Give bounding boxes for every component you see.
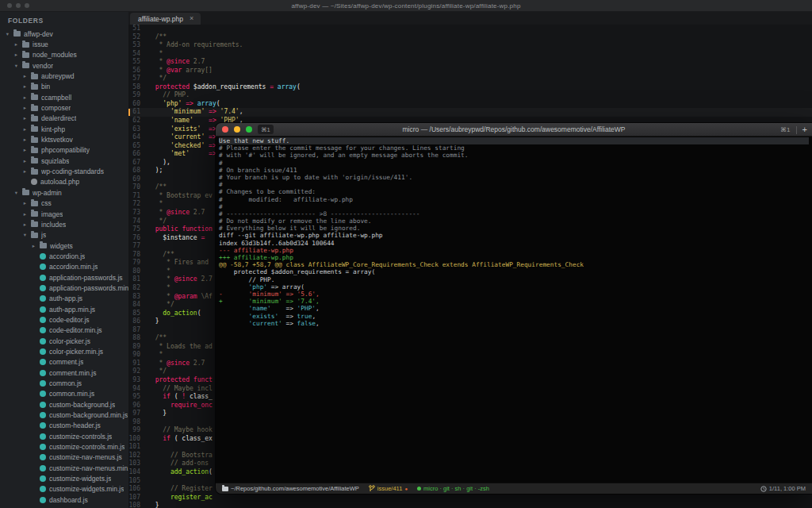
code-line[interactable]: 53 * Add-on requirements. <box>128 41 812 50</box>
code-text: // Maybe hook <box>147 426 213 433</box>
tree-item-label: comment.min.js <box>49 369 97 377</box>
terminal-line: + 'minimum' => '7.4', <box>219 298 809 305</box>
code-line[interactable]: 108 } <box>128 502 812 508</box>
chevron-right-icon: ▸ <box>13 52 19 58</box>
tree-item-label: images <box>41 210 63 218</box>
tree-item[interactable]: ▸phpcompatibility <box>0 145 128 156</box>
tree-item[interactable]: customize-nav-menus.min.js <box>0 463 128 473</box>
tree-item-label: phpcompatibility <box>41 146 90 154</box>
folder-icon <box>31 169 38 175</box>
tree-item[interactable]: common.js <box>0 378 128 388</box>
folder-icon <box>31 221 38 227</box>
tree-item[interactable]: autoload.php <box>0 177 128 187</box>
line-number: 73 <box>128 209 147 217</box>
tab-affiliate-wp-php[interactable]: affiliate-wp.php × <box>130 13 201 25</box>
tree-item[interactable]: auth-app.min.js <box>0 304 128 314</box>
tree-item-label: autoload.php <box>40 178 79 186</box>
tree-item[interactable]: ▸wp-coding-standards <box>0 166 128 176</box>
line-number: 54 <box>128 50 147 59</box>
tree-item[interactable]: application-passwords.min.js <box>0 283 128 293</box>
tree-item[interactable]: ▸node_modules <box>0 50 128 60</box>
tree-item[interactable]: code-editor.min.js <box>0 325 128 336</box>
chevron-right-icon: ▸ <box>13 41 19 48</box>
tree-item[interactable]: customize-widgets.min.js <box>0 484 128 495</box>
tree-item[interactable]: application-passwords.js <box>0 272 128 283</box>
tree-item[interactable]: ▸composer <box>0 102 128 113</box>
tree-item[interactable]: custom-background.min.js <box>0 410 128 420</box>
terminal-titlebar[interactable]: ⌘1 micro — /Users/aubreypwd/Repos/github… <box>216 123 812 137</box>
tree-item[interactable]: customize-nav-menus.js <box>0 452 128 463</box>
code-line[interactable]: 57 */ <box>128 75 812 83</box>
js-file-icon <box>40 380 46 387</box>
code-line[interactable]: 55 * @since 2.7 <box>128 58 812 67</box>
tree-item[interactable]: ▸kint-php <box>0 124 128 134</box>
terminal-zoom-button[interactable] <box>246 126 252 133</box>
tree-item[interactable]: customize-controls.js <box>0 431 128 441</box>
terminal-statusbar: ~/Repos/github.com/awesomemotive/Affilia… <box>216 483 812 494</box>
folder-icon <box>31 84 38 90</box>
dirty-indicator: ● <box>404 487 408 491</box>
code-text: if ( ! class_ <box>147 393 213 400</box>
tree-item[interactable]: common.min.js <box>0 389 128 399</box>
line-number: 95 <box>128 393 147 402</box>
code-line[interactable]: 56 * @var array[] <box>128 67 812 75</box>
tree-item[interactable]: ▸aubreypwd <box>0 71 128 81</box>
tree-item[interactable]: auth-app.js <box>0 294 128 304</box>
tree-item[interactable]: comment.min.js <box>0 368 128 378</box>
tree-item-label: application-passwords.js <box>49 274 123 282</box>
tree-item[interactable]: customize-widgets.js <box>0 473 128 483</box>
line-number: 83 <box>128 293 147 302</box>
tree-item[interactable]: accordion.min.js <box>0 262 128 272</box>
terminal-content[interactable]: Use that new stuff.# Please enter the co… <box>216 137 812 328</box>
js-file-icon <box>40 370 46 376</box>
tree-item[interactable]: custom-header.js <box>0 421 128 431</box>
terminal-close-button[interactable] <box>222 126 228 133</box>
tree-item-label: wp-coding-standards <box>41 167 104 175</box>
tree-item[interactable]: ▸kktsvetkov <box>0 134 128 144</box>
tree-item[interactable]: ▸squizlabs <box>0 156 128 166</box>
tree-item[interactable]: dashboard.js <box>0 495 128 505</box>
code-line[interactable]: 51 <box>128 25 812 33</box>
tree-item[interactable]: custom-background.js <box>0 399 128 410</box>
tree-item[interactable]: ▸bin <box>0 82 128 92</box>
code-line[interactable]: 60 'php' => array( <box>128 100 812 109</box>
code-line[interactable]: 61 'minimum' => '7.4', <box>128 108 812 117</box>
new-tab-button[interactable]: + <box>802 125 807 134</box>
code-text: } <box>147 410 167 417</box>
tree-item[interactable]: color-picker.min.js <box>0 346 128 356</box>
code-line[interactable]: 107 register_ac <box>128 494 812 502</box>
tree-item[interactable]: ▸ccampbell <box>0 92 128 102</box>
line-number: 78 <box>128 251 147 260</box>
zoom-button[interactable] <box>25 3 29 8</box>
code-line[interactable]: 54 * <box>128 50 812 59</box>
tree-item[interactable]: comment.js <box>0 357 128 368</box>
tree-item[interactable]: ▸includes <box>0 219 128 229</box>
tree-item[interactable]: color-picker.js <box>0 336 128 346</box>
tab-close-icon[interactable]: × <box>190 15 193 22</box>
tree-item[interactable]: ▸widgets <box>0 241 128 251</box>
terminal-minimize-button[interactable] <box>234 126 240 133</box>
tree-item[interactable]: ▸css <box>0 198 128 209</box>
tree-item[interactable]: code-editor.js <box>0 314 128 325</box>
tree-item-label: kktsvetkov <box>41 136 73 144</box>
chevron-right-icon: ▸ <box>22 126 28 133</box>
tree-item[interactable]: accordion.js <box>0 251 128 261</box>
line-number: 87 <box>128 326 147 335</box>
tree-item[interactable]: ▸dealerdirect <box>0 114 128 124</box>
tree-item-label: bin <box>41 83 50 90</box>
minimize-button[interactable] <box>16 3 21 8</box>
code-line[interactable]: 59 // PHP. <box>128 91 812 100</box>
code-text: * @var array[] <box>147 67 213 74</box>
code-line[interactable]: 52 /** <box>128 33 812 42</box>
tree-item[interactable]: ▸images <box>0 209 128 219</box>
code-line[interactable]: 58 protected $addon_requirements = array… <box>128 83 812 92</box>
chevron-right-icon: ▸ <box>22 168 28 175</box>
tree-item[interactable]: ▾vendor <box>0 60 128 71</box>
tree-item[interactable]: ▾affwp-dev <box>0 29 128 39</box>
tree-item[interactable]: customize-controls.min.js <box>0 441 128 452</box>
close-button[interactable] <box>7 3 12 8</box>
code-text: */ <box>147 368 167 375</box>
tree-item[interactable]: ▾js <box>0 230 128 241</box>
tree-item[interactable]: ▾wp-admin <box>0 187 128 198</box>
tree-item[interactable]: ▸issue <box>0 39 128 49</box>
